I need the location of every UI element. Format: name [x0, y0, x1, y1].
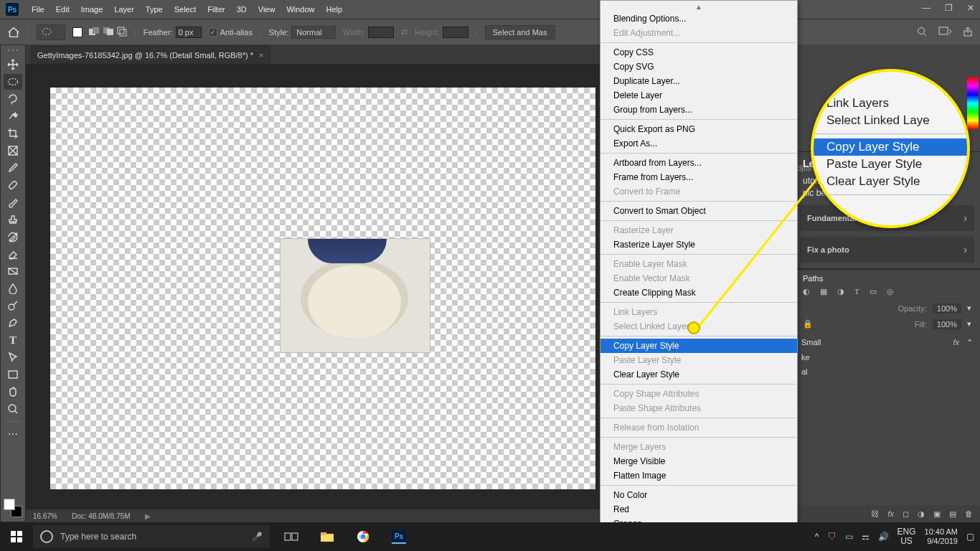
dodge-tool[interactable]: [4, 298, 22, 314]
close-tab-icon[interactable]: ×: [259, 51, 263, 60]
ctx-copy-layer-style[interactable]: Copy Layer Style: [600, 339, 797, 353]
ctx-blending-options[interactable]: Blending Options...: [600, 11, 797, 26]
file-explorer-icon[interactable]: [311, 522, 343, 551]
ctx-group-from-layers[interactable]: Group from Layers...: [600, 103, 797, 117]
zoom-tool[interactable]: [4, 401, 22, 417]
security-icon[interactable]: ⛉: [828, 532, 837, 542]
pen-tool[interactable]: [4, 315, 22, 331]
menu-image[interactable]: Image: [75, 2, 109, 17]
taskbar-clock[interactable]: 10:40 AM 9/4/2019: [925, 527, 958, 545]
stamp-tool[interactable]: [4, 212, 22, 227]
ctx-delete-layer[interactable]: Delete Layer: [600, 88, 797, 103]
menu-select[interactable]: Select: [169, 2, 202, 17]
trash-icon[interactable]: 🗑: [965, 509, 973, 518]
document-tab[interactable]: GettyImages-76185342.jpg @ 16.7% (Detail…: [30, 46, 270, 64]
fx-badge[interactable]: fx: [953, 338, 959, 347]
start-button[interactable]: [0, 522, 33, 551]
marquee-shape-select[interactable]: [37, 24, 65, 40]
notifications-icon[interactable]: ▢: [966, 532, 974, 542]
taskbar-search[interactable]: Type here to search 🎤: [33, 525, 270, 548]
filter-shape-icon[interactable]: ▭: [870, 287, 877, 296]
layer-row[interactable]: Smallfx⌃: [794, 335, 980, 350]
ctx-clear-layer-style[interactable]: Clear Layer Style: [600, 367, 797, 382]
ctx-frame-from-layers[interactable]: Frame from Layers...: [600, 170, 797, 184]
color-swatches[interactable]: [4, 499, 22, 517]
tab-paths[interactable]: Paths: [803, 274, 823, 283]
antialias-checkbox[interactable]: ✓: [209, 28, 217, 37]
menu-help[interactable]: Help: [321, 2, 349, 17]
close-icon[interactable]: ✕: [967, 3, 974, 13]
rectangle-tool[interactable]: [4, 367, 22, 382]
chevron-down-icon[interactable]: ▾: [967, 319, 971, 329]
restore-icon[interactable]: ❐: [945, 3, 953, 13]
layer-row[interactable]: ke: [794, 350, 980, 364]
blur-tool[interactable]: [4, 281, 22, 296]
menu-scroll-icon[interactable]: ▲: [600, 2, 797, 11]
frame-tool[interactable]: [4, 143, 22, 159]
new-layer-icon[interactable]: ▤: [949, 509, 956, 519]
filter-adjust-icon[interactable]: ◑: [837, 287, 844, 296]
menu-file[interactable]: File: [26, 2, 50, 17]
type-tool[interactable]: T: [4, 332, 22, 348]
search-icon[interactable]: [917, 27, 927, 38]
link-layers-icon[interactable]: ⛓: [871, 509, 879, 518]
filter-kind-icon[interactable]: ◐: [803, 287, 810, 296]
menu-layer[interactable]: Layer: [108, 2, 140, 17]
learn-card-fix[interactable]: Fix a photo›: [800, 237, 974, 263]
move-tool[interactable]: [4, 57, 22, 72]
battery-icon[interactable]: ▭: [845, 532, 853, 542]
fx-icon[interactable]: fx: [887, 509, 894, 518]
lang-indicator-2[interactable]: US: [897, 537, 916, 546]
volume-icon[interactable]: 🔊: [878, 532, 889, 542]
eraser-tool[interactable]: [4, 246, 22, 262]
home-icon[interactable]: [7, 27, 20, 38]
style-select[interactable]: Normal: [291, 26, 335, 39]
lasso-tool[interactable]: [4, 91, 22, 107]
chevron-down-icon[interactable]: ⌃: [966, 338, 973, 347]
chevron-down-icon[interactable]: ▾: [967, 303, 971, 313]
adjustment-icon[interactable]: ◑: [918, 509, 925, 519]
menu-view[interactable]: View: [253, 2, 281, 17]
path-select-tool[interactable]: [4, 349, 22, 365]
menu-edit[interactable]: Edit: [50, 2, 75, 17]
ctx-export-as[interactable]: Export As...: [600, 136, 797, 151]
workspace-select-icon[interactable]: [938, 27, 951, 38]
mode-subtract-icon[interactable]: [103, 27, 114, 38]
feather-input[interactable]: [176, 27, 202, 38]
quick-select-tool[interactable]: [4, 108, 22, 124]
status-menu-icon[interactable]: ▶: [145, 512, 151, 520]
brush-tool[interactable]: [4, 194, 22, 210]
share-icon[interactable]: [963, 27, 973, 38]
history-brush-tool[interactable]: [4, 229, 22, 245]
ctx-copy-svg[interactable]: Copy SVG: [600, 60, 797, 74]
ctx-create-clipping-mask[interactable]: Create Clipping Mask: [600, 286, 797, 300]
zoom-readout[interactable]: 16.67%: [33, 512, 57, 520]
mask-icon[interactable]: ◻: [903, 509, 909, 519]
ctx-artboard-from-layers[interactable]: Artboard from Layers...: [600, 156, 797, 170]
document-canvas[interactable]: [50, 88, 595, 489]
hue-strip[interactable]: [967, 77, 979, 129]
ctx-copy-css[interactable]: Copy CSS: [600, 45, 797, 60]
mode-add-icon[interactable]: [88, 27, 100, 38]
mode-new-icon[interactable]: [72, 27, 83, 37]
wifi-icon[interactable]: ⚎: [862, 532, 870, 542]
healing-tool[interactable]: [4, 177, 22, 193]
crop-tool[interactable]: [4, 126, 22, 141]
ctx-flatten-image[interactable]: Flatten Image: [600, 468, 797, 483]
mode-intersect-icon[interactable]: [117, 27, 127, 38]
menu-window[interactable]: Window: [281, 2, 320, 17]
menu-type[interactable]: Type: [140, 2, 169, 17]
opacity-value[interactable]: 100%: [933, 303, 961, 314]
ctx-red[interactable]: Red: [600, 502, 797, 517]
ctx-convert-to-smart-object[interactable]: Convert to Smart Object: [600, 204, 797, 218]
tray-overflow-icon[interactable]: ^: [815, 532, 819, 542]
filter-smart-icon[interactable]: ◎: [887, 287, 894, 296]
chrome-icon[interactable]: [347, 522, 379, 551]
ctx-merge-visible[interactable]: Merge Visible: [600, 454, 797, 468]
layer-row[interactable]: al: [794, 364, 980, 379]
menu-filter[interactable]: Filter: [202, 2, 230, 17]
hand-tool[interactable]: [4, 384, 22, 400]
filter-pixel-icon[interactable]: ▦: [820, 287, 827, 296]
select-and-mask-button[interactable]: Select and Mas: [485, 25, 555, 39]
lock-icon[interactable]: 🔒: [803, 319, 813, 329]
